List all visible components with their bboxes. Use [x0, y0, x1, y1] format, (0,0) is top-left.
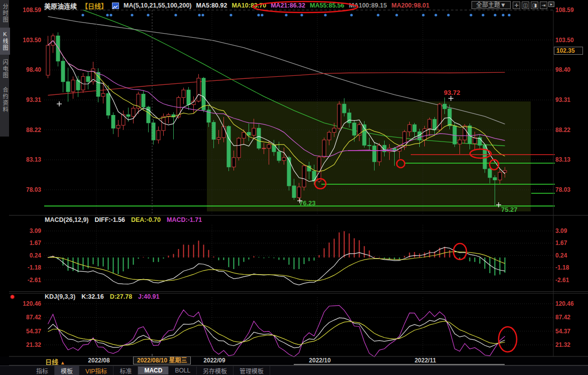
axis-labels-layer: 108.59108.59103.50103.5098.4098.4093.319…: [0, 0, 588, 375]
axis-label: 93.31: [555, 96, 583, 103]
time-label: 2022/09: [197, 357, 232, 364]
time-label: 2022/11: [408, 357, 443, 364]
axis-label: -1.18: [555, 264, 583, 271]
tab-templates[interactable]: 模板: [55, 366, 79, 375]
axis-label: 78.03: [13, 186, 41, 193]
axis-label: 88.22: [555, 127, 583, 134]
axis-label: 54.37: [555, 328, 583, 335]
axis-label: 108.59: [13, 7, 41, 14]
axis-label: 120.46: [13, 300, 41, 307]
axis-label: 21.32: [555, 341, 583, 348]
axis-label: 0.24: [13, 252, 41, 259]
tab-manage-templates[interactable]: 管理模板: [233, 366, 270, 375]
axis-label: 93.31: [13, 96, 41, 103]
kline-app-window: 分时图 K线图 闪电图 合约资料 美原油连续 【日线】 MA(5,10,21,5…: [0, 0, 588, 375]
time-label: 2022/10: [302, 357, 337, 364]
axis-label: -2.61: [555, 277, 583, 284]
axis-label: 83.13: [555, 156, 583, 163]
axis-label: 0.24: [555, 252, 583, 259]
axis-label: -1.18: [13, 264, 41, 271]
crosshair-price-badge: 102.35: [554, 47, 583, 55]
tab-standard[interactable]: 标准: [113, 366, 138, 375]
axis-label: 3.09: [555, 227, 583, 234]
axis-label: 98.40: [555, 66, 583, 73]
axis-label: 103.50: [13, 37, 41, 44]
crosshair-date-badge: 2022/08/10 星期三: [133, 356, 191, 364]
tab-save-template[interactable]: 另存模板: [197, 366, 233, 375]
axis-label: 108.59: [555, 7, 583, 14]
horizontal-scrollbar[interactable]: [294, 364, 505, 365]
axis-label: 21.32: [13, 341, 41, 348]
axis-label: 54.37: [13, 328, 41, 335]
axis-label: 103.50: [555, 37, 583, 44]
tab-boll[interactable]: BOLL: [169, 366, 197, 374]
bottom-tab-bar: 指标 模板 VIP指标 标准 MACD BOLL 另存模板 管理模板: [0, 365, 588, 375]
axis-label: 98.40: [13, 66, 41, 73]
time-axis-row: 日线 ▲ 2022/08 2022/09 2022/10 2022/11 202…: [0, 356, 588, 365]
axis-label: -2.61: [13, 277, 41, 284]
axis-label: 87.42: [555, 314, 583, 321]
axis-label: 120.46: [555, 300, 583, 307]
axis-label: 87.42: [13, 314, 41, 321]
tab-macd[interactable]: MACD: [138, 366, 169, 374]
time-label: 2022/08: [81, 357, 116, 364]
tab-vip-indicators[interactable]: VIP指标: [79, 366, 113, 375]
tab-indicators[interactable]: 指标: [30, 366, 55, 375]
axis-label: 83.13: [13, 156, 41, 163]
axis-label: 1.67: [13, 239, 41, 246]
axis-label: 1.67: [555, 239, 583, 246]
period-up-arrow-icon: ▲: [60, 360, 65, 365]
axis-label: 3.09: [13, 227, 41, 234]
axis-label: 88.22: [13, 127, 41, 134]
axis-label: 78.03: [555, 186, 583, 193]
